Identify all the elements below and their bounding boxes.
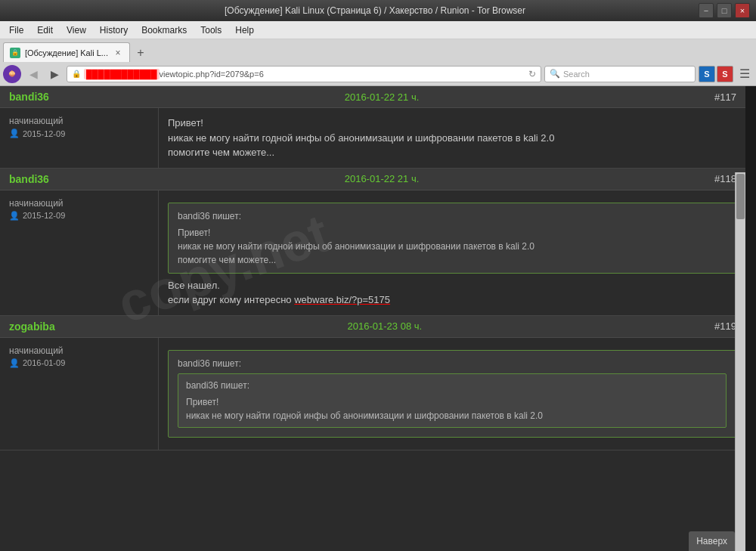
new-tab-button[interactable]: + <box>132 44 150 62</box>
active-tab[interactable]: 🔒 [Обсуждение] Kali L... × <box>3 42 130 62</box>
post-119-inner-quote-author: bandi36 пишет: <box>186 379 718 392</box>
post-118-num: #118 <box>714 173 736 184</box>
post-119-outer-quote-author: bandi36 пишет: <box>178 357 727 370</box>
post-119-user-info: начинающий 👤 2016-01-09 <box>0 338 159 450</box>
maximize-button[interactable]: □ <box>717 3 732 18</box>
search-placeholder: Search <box>563 70 590 79</box>
post-119-outer-quote: bandi36 пишет: bandi36 пишет: Привет! ни… <box>168 350 736 438</box>
scrollbar[interactable] <box>735 172 745 551</box>
user-icon: 👤 <box>9 128 20 138</box>
forum-content: copy.net bandi36 2016-01-22 21 ч. #117 н… <box>0 86 745 551</box>
post-118-quote: bandi36 пишет: Привет! никак не могу най… <box>168 203 736 274</box>
url-rest: viewtopic.php?id=2079&p=6 <box>160 70 264 79</box>
url-highlighted-part: ████████████ <box>84 69 160 79</box>
post-117-num: #117 <box>714 91 736 103</box>
post-118-rank: начинающий <box>9 198 149 209</box>
post-117-user-info: начинающий 👤 2015-12-09 <box>0 108 159 168</box>
post-117-text: Привет! никак не могу найти годной инфы … <box>159 108 745 168</box>
menu-tools[interactable]: Tools <box>194 23 228 37</box>
forward-button[interactable]: ▶ <box>45 65 64 83</box>
url-bar[interactable]: 🔒 ████████████ viewtopic.php?id=2079&p=6… <box>67 66 541 82</box>
search-bar[interactable]: 🔍 Search <box>544 66 696 82</box>
post-119-date-info: 👤 2016-01-09 <box>9 358 149 368</box>
back-to-top-button[interactable]: Наверх <box>689 531 735 551</box>
post-118-body: начинающий 👤 2015-12-09 bandi36 пишет: П… <box>0 190 745 315</box>
post-117-author[interactable]: bandi36 <box>9 91 49 103</box>
user-icon-119: 👤 <box>9 358 20 368</box>
back-button[interactable]: ◀ <box>24 65 42 83</box>
post-119-body: начинающий 👤 2016-01-09 bandi36 пишет: b… <box>0 338 745 450</box>
lock-icon: 🔒 <box>72 70 81 78</box>
post-117-date-info: 👤 2015-12-09 <box>9 128 149 138</box>
menu-bar: File Edit View History Bookmarks Tools H… <box>0 21 756 39</box>
reload-button[interactable]: ↻ <box>528 69 536 79</box>
scrollbar-thumb[interactable] <box>736 174 745 219</box>
post-118-quote-author: bandi36 пишет: <box>178 209 727 223</box>
window-title: [Обсуждение] Kali Linux (Страница 6) / Х… <box>51 5 699 16</box>
menu-help[interactable]: Help <box>229 23 260 37</box>
post-118-user-info: начинающий 👤 2015-12-09 <box>0 190 159 315</box>
hamburger-menu[interactable]: ☰ <box>736 67 753 81</box>
close-button[interactable]: × <box>735 3 750 18</box>
user-icon-118: 👤 <box>9 211 20 221</box>
menu-view[interactable]: View <box>60 23 92 37</box>
post-117-header: bandi36 2016-01-22 21 ч. #117 <box>0 86 745 108</box>
post-118-date-info: 👤 2015-12-09 <box>9 211 149 221</box>
post-118-author[interactable]: bandi36 <box>9 173 49 185</box>
post-119-rank: начинающий <box>9 345 149 356</box>
tab-close-button[interactable]: × <box>113 48 123 58</box>
menu-history[interactable]: History <box>94 23 134 37</box>
post-119-inner-quote: bandi36 пишет: Привет! никак не могу най… <box>178 373 727 428</box>
post-118-date: 2016-01-22 21 ч. <box>345 173 420 184</box>
sidebar-s-button[interactable]: S <box>699 66 715 82</box>
link-webware[interactable]: webware.biz/?p=5175 <box>294 294 390 305</box>
post-118-header: bandi36 2016-01-22 21 ч. #118 <box>0 169 745 190</box>
minimize-button[interactable]: − <box>699 3 714 18</box>
post-117-rank: начинающий <box>9 116 149 126</box>
post-117: bandi36 2016-01-22 21 ч. #117 начинающий… <box>0 86 745 169</box>
post-117-date: 2016-01-22 21 ч. <box>345 91 420 103</box>
post-119-header: zogabiba 2016-01-23 08 ч. #119 <box>0 316 745 338</box>
tab-label: [Обсуждение] Kali L... <box>25 48 108 57</box>
nav-bar: 🧅 ◀ ▶ 🔒 ████████████ viewtopic.php?id=20… <box>0 62 756 86</box>
tab-bar: 🔒 [Обсуждение] Kali L... × + <box>0 39 756 62</box>
menu-edit[interactable]: Edit <box>31 23 59 37</box>
sidebar-s2-button[interactable]: S <box>717 66 733 82</box>
title-bar: [Обсуждение] Kali Linux (Страница 6) / Х… <box>0 0 756 21</box>
post-118-text: bandi36 пишет: Привет! никак не могу най… <box>159 190 745 315</box>
post-119-author[interactable]: zogabiba <box>9 320 55 333</box>
post-117-body: начинающий 👤 2015-12-09 Привет! никак не… <box>0 108 745 168</box>
post-119-date: 2016-01-23 08 ч. <box>348 320 423 332</box>
post-119: zogabiba 2016-01-23 08 ч. #119 начинающи… <box>0 316 745 450</box>
menu-bookmarks[interactable]: Bookmarks <box>135 23 193 37</box>
search-icon: 🔍 <box>550 69 560 79</box>
tor-logo: 🧅 <box>3 65 21 83</box>
post-119-num: #119 <box>714 320 736 332</box>
post-119-text: bandi36 пишет: bandi36 пишет: Привет! ни… <box>159 338 745 450</box>
menu-file[interactable]: File <box>3 23 29 37</box>
tab-favicon: 🔒 <box>10 48 20 58</box>
post-118: bandi36 2016-01-22 21 ч. #118 начинающий… <box>0 169 745 316</box>
